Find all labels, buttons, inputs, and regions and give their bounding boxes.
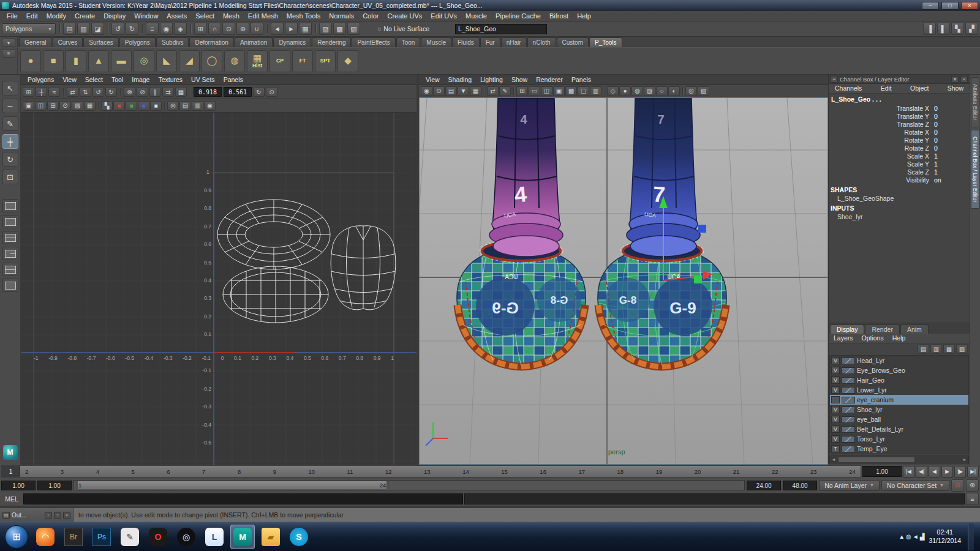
menu-item[interactable]: Normals <box>325 11 358 21</box>
menu-item[interactable]: Modify <box>42 11 70 21</box>
channel-box-menu-item[interactable]: Object <box>910 83 929 94</box>
redo-icon[interactable]: ↻ <box>126 23 138 35</box>
copy-uv-icon[interactable]: ▤ <box>179 101 191 111</box>
shelf-tab[interactable]: Dynamics <box>273 37 311 47</box>
taskbar-lightwave-icon[interactable]: L <box>202 525 227 549</box>
go-to-start-button[interactable]: |◀ <box>903 466 914 478</box>
layer-color-swatch[interactable] <box>842 436 855 443</box>
blue-channel-icon[interactable]: ■ <box>138 101 149 111</box>
menu-item[interactable]: File <box>2 11 22 21</box>
uv-menu-item[interactable]: Panels <box>219 75 247 85</box>
play-backward-button[interactable]: ◀ <box>929 466 940 478</box>
layer-editor-menu-item[interactable]: Help <box>892 333 906 343</box>
layer-editor-tab[interactable]: Render <box>865 324 899 334</box>
field-chart-icon[interactable]: ▩ <box>565 86 577 96</box>
poly-cone-icon[interactable]: ▲ <box>88 50 109 72</box>
taskbar-skype-icon[interactable]: S <box>287 525 311 549</box>
layer-color-swatch[interactable] <box>842 367 855 374</box>
start-button[interactable]: ⊞ <box>5 525 28 549</box>
spt-button[interactable]: SPT <box>315 50 336 72</box>
grid-icon[interactable]: ⊞ <box>516 86 528 96</box>
animation-start-field[interactable]: 1.00 <box>1 481 36 490</box>
lasso-select-tool[interactable]: ∽ <box>2 99 18 113</box>
attribute-value[interactable]: 1 <box>934 152 970 160</box>
image-plane-icon[interactable]: ▦ <box>470 86 481 96</box>
layout-uv-icon[interactable]: ▦ <box>175 87 187 97</box>
tray-expand-icon[interactable]: ▲ <box>899 533 905 540</box>
flip-u-icon[interactable]: ⇄ <box>67 87 78 97</box>
isolate-select-icon[interactable]: ◎ <box>685 86 697 96</box>
resolution-gate-icon[interactable]: ◫ <box>541 86 552 96</box>
rotate-uv-ccw-icon[interactable]: ↺ <box>92 87 104 97</box>
tray-network-icon[interactable]: ▟ <box>920 533 925 540</box>
close-window-icon[interactable]: × <box>63 512 70 519</box>
input-connections-icon[interactable]: ◄ <box>271 23 284 35</box>
layer-row[interactable]: V Belt_Details_Lyr <box>830 424 968 434</box>
layer-row[interactable]: V Torso_Lyr <box>830 434 968 444</box>
menu-item[interactable]: Select <box>191 11 219 21</box>
uv-menu-item[interactable]: UV Sets <box>187 75 219 85</box>
current-time-field[interactable]: 1.00 <box>862 466 902 477</box>
open-scene-icon[interactable]: ▥ <box>77 23 90 35</box>
character-set-button[interactable]: No Character Set▼ <box>881 480 949 491</box>
cut-uv-icon[interactable]: ⊗ <box>124 87 135 97</box>
selected-object-name[interactable]: L_Shoe_Geo . . . <box>829 94 970 104</box>
snap-grid-icon[interactable]: ⊞ <box>194 23 207 35</box>
uv-smudge-tool-icon[interactable]: ≈ <box>48 87 60 97</box>
layer-visibility-toggle[interactable]: V <box>831 416 840 423</box>
viewport-menu-item[interactable]: Shading <box>444 75 477 85</box>
lights-icon[interactable]: ☼ <box>656 86 668 96</box>
taskbar-bridge-icon[interactable]: Br <box>61 525 86 549</box>
shelf-tab[interactable]: P_Tools <box>589 37 622 47</box>
shelf-tab[interactable]: Fur <box>480 37 500 47</box>
layout-two-panes-side-button[interactable] <box>2 215 18 228</box>
undo-icon[interactable]: ↺ <box>111 23 124 35</box>
rotate-tool[interactable]: ↻ <box>2 152 18 167</box>
camera-attributes-icon[interactable]: ▤ <box>445 86 457 96</box>
menu-item[interactable]: Mesh <box>219 11 244 21</box>
shelf-tab[interactable]: Subdivs <box>156 37 189 47</box>
scroll-left-icon[interactable]: ◄ <box>830 457 837 462</box>
menu-item[interactable]: Help <box>573 11 595 21</box>
panel-menu-icon[interactable]: ≡ <box>831 76 838 83</box>
attribute-value[interactable]: 0 <box>934 129 970 136</box>
manipulator-plane-handle[interactable] <box>694 276 702 283</box>
auto-keyframe-icon[interactable]: ⊙ <box>951 479 964 492</box>
menu-item[interactable]: Pipeline Cache <box>491 11 545 21</box>
uv-menu-item[interactable]: View <box>58 75 81 85</box>
layer-color-swatch[interactable] <box>842 377 855 384</box>
playback-end-field[interactable]: 24.00 <box>747 481 781 490</box>
shelf-tab[interactable]: nCloth <box>527 37 556 47</box>
poly-cylinder-icon[interactable]: ▮ <box>66 50 86 72</box>
layer-options-icon[interactable]: ▦ <box>943 344 955 354</box>
layout-single-pane-button[interactable] <box>2 199 18 212</box>
close-button[interactable]: × <box>961 2 978 10</box>
refresh-uv-icon[interactable]: ↻ <box>253 87 265 97</box>
construction-history-icon[interactable]: ▦ <box>299 23 312 35</box>
layer-row[interactable]: T Temp_Eye <box>830 444 968 454</box>
attribute-value[interactable]: 0 <box>934 137 970 144</box>
ft-button[interactable]: FT <box>292 50 313 72</box>
layer-visibility-toggle[interactable]: V <box>831 357 840 364</box>
channel-box-toggle-icon[interactable]: ▚ <box>951 23 964 35</box>
checker-icon[interactable]: ▚ <box>101 101 113 111</box>
animation-preferences-icon[interactable]: ⊛ <box>966 479 979 492</box>
poly-pyramid-icon[interactable]: ◢ <box>179 50 200 72</box>
close-panel-icon[interactable]: × <box>960 76 968 83</box>
shelf-tab[interactable]: PaintEffects <box>352 37 395 47</box>
viewport-menu-item[interactable]: View <box>421 75 444 85</box>
viewport-menu-item[interactable]: Panels <box>567 75 595 85</box>
panel-layout-icon[interactable]: ▞ <box>965 23 978 35</box>
wireframe-icon[interactable]: ◇ <box>607 86 619 96</box>
rotate-uv-cw-icon[interactable]: ↻ <box>105 87 117 97</box>
menu-item[interactable]: Display <box>99 11 130 21</box>
animation-end-field[interactable]: 48.00 <box>783 481 817 490</box>
uv-lattice-tool-icon[interactable]: ⊞ <box>23 87 34 97</box>
menu-item[interactable]: Window <box>130 11 162 21</box>
layer-visibility-toggle[interactable]: V <box>831 377 840 384</box>
scale-tool[interactable]: ⊡ <box>2 170 18 184</box>
alpha-channel-icon[interactable]: ■ <box>150 101 162 111</box>
attribute-value[interactable]: 0 <box>934 121 970 128</box>
poly-torus-icon[interactable]: ◎ <box>134 50 154 72</box>
sidebar-vertical-tab[interactable]: Attribute Editor <box>971 77 979 127</box>
